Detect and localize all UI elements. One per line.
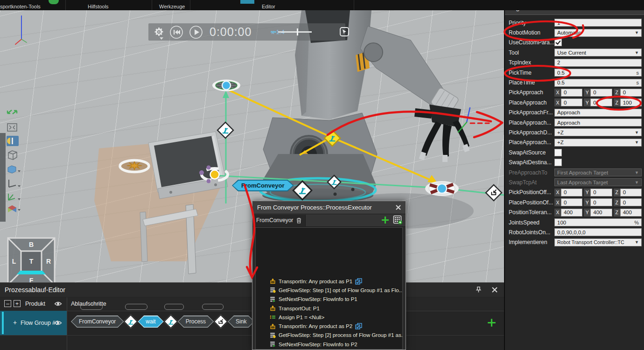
- robot-connector-icon[interactable]: [124, 314, 138, 329]
- nav-cube-right[interactable]: R: [46, 258, 51, 265]
- flow-group-row[interactable]: + Flow Group #1: [0, 311, 67, 335]
- property-input-pickapproach-x[interactable]: 0: [561, 89, 582, 97]
- fit-selection-icon[interactable]: [7, 124, 17, 131]
- dropdown-caret-icon[interactable]: [18, 170, 21, 172]
- gear-caret-icon[interactable]: [160, 37, 163, 40]
- property-input-pickapproach-z[interactable]: 0: [620, 89, 642, 97]
- property-input-pickpositionoff-z[interactable]: 0: [620, 189, 642, 196]
- add-routine-icon[interactable]: [381, 216, 389, 224]
- step-slot-pill[interactable]: [80, 304, 103, 310]
- wireframe-cube-icon[interactable]: [8, 151, 17, 160]
- statement-transportin[interactable]: TransportIn: Any product as P2: [256, 322, 402, 330]
- get-flow-step-icon: [270, 332, 276, 338]
- statement-getflowstep[interactable]: GetFlowStep: Step [1] opt of Flow Group …: [256, 286, 402, 294]
- zoom-fit-icon[interactable]: [7, 110, 17, 114]
- property-checkbox-swapatdestina[interactable]: [554, 159, 562, 166]
- navigation-cube[interactable]: B L T R F: [7, 237, 56, 282]
- nav-cube-top[interactable]: T: [29, 258, 34, 265]
- property-input-priority[interactable]: 1: [554, 19, 642, 27]
- property-input-pickpositionoff-x[interactable]: 0: [561, 189, 582, 196]
- add-flow-group-icon[interactable]: [487, 318, 496, 327]
- flow-step-fromconveyor[interactable]: FromConveyor: [71, 315, 124, 328]
- property-input-placeapproach[interactable]: Approach: [554, 119, 642, 126]
- snap-axes-icon[interactable]: [8, 194, 21, 200]
- collapse-all-button[interactable]: –: [4, 300, 11, 307]
- product-source-marker[interactable]: [120, 161, 149, 172]
- step-slot-pill[interactable]: [125, 304, 147, 310]
- step-slot-pill[interactable]: [202, 304, 224, 310]
- property-input-pickpositionoff-y[interactable]: 0: [590, 189, 612, 196]
- statement-transportout[interactable]: TransportOut: P1: [256, 304, 402, 313]
- nav-cube-left[interactable]: L: [12, 258, 16, 265]
- render-cube-icon[interactable]: [8, 166, 21, 173]
- property-input-positiontoleran-y[interactable]: 400: [590, 209, 612, 217]
- product-visibility-eye-icon[interactable]: [54, 301, 62, 307]
- property-dropdown-placeapproach[interactable]: +Z▼: [554, 139, 642, 147]
- flow-step-process[interactable]: Process: [178, 315, 214, 328]
- view-mode-icon-active[interactable]: [7, 136, 19, 146]
- property-input-pickapproachfr[interactable]: Approach: [554, 109, 642, 117]
- flow-close-icon[interactable]: [485, 287, 504, 293]
- program-statement-area[interactable]: TransportIn: Any product as P1GetFlowSte…: [255, 227, 403, 350]
- property-input-robotjointson[interactable]: 0,0,90,0,0,0: [554, 228, 642, 236]
- property-input-placepositionof-x[interactable]: 0: [561, 198, 582, 206]
- property-input-placepositionof-z[interactable]: 0: [620, 198, 642, 206]
- play-simulation-button[interactable]: [189, 25, 203, 39]
- property-dropdown-pickapproachd[interactable]: +Z▼: [554, 128, 642, 136]
- property-dropdown-implementieren[interactable]: Robot Transport Controller::TC▼: [554, 238, 642, 246]
- property-dropdown-robotmotion[interactable]: Automatic▼: [554, 29, 642, 37]
- flow-group-expand-icon[interactable]: +: [13, 319, 17, 326]
- nav-cube-hover-edge[interactable]: [17, 271, 46, 274]
- statement-setnextflowstep[interactable]: SetNextFlowStep: FlowInfo to P1: [256, 295, 402, 304]
- property-checkbox-swapatsource[interactable]: [554, 149, 562, 156]
- reset-simulation-button[interactable]: [169, 25, 183, 39]
- ribbon-icon-partial-green[interactable]: [49, 0, 59, 4]
- flow-step-sink[interactable]: Sink: [228, 315, 254, 328]
- ribbon-icon-partial-teal[interactable]: [240, 0, 254, 4]
- simulation-settings-gear-icon[interactable]: [154, 27, 164, 37]
- nav-cube-front[interactable]: F: [29, 277, 34, 282]
- flow-group-eye-icon[interactable]: [54, 320, 62, 326]
- screenshot-tool-icon[interactable]: [339, 27, 350, 39]
- ribbon-group-hilfstools: Hilfstools: [88, 4, 109, 9]
- flow-step-wait[interactable]: wait: [138, 315, 163, 328]
- move-axes-icon[interactable]: [9, 180, 21, 187]
- nav-cube-back[interactable]: B: [29, 241, 34, 248]
- statement-transportout[interactable]: TransportOut: P2: [256, 349, 402, 350]
- property-input-placeapproach-x[interactable]: 0: [561, 98, 582, 106]
- waypoint-top[interactable]: [212, 80, 240, 91]
- property-input-pickapproach-y[interactable]: 0: [590, 89, 612, 97]
- robot-connector-icon[interactable]: [163, 314, 178, 329]
- flow-node-tag[interactable]: FromConveyor: [232, 180, 294, 191]
- add-grid-icon[interactable]: [393, 215, 403, 225]
- dialog-titlebar[interactable]: From Conveyor Process::ProcessExecutor: [252, 201, 406, 214]
- orientation-cube-icon[interactable]: [8, 205, 21, 212]
- flow-pin-icon[interactable]: [471, 287, 485, 293]
- speed-slider-handle[interactable]: [297, 28, 298, 35]
- statement-setnextflowstep[interactable]: SetNextFlowStep: FlowInfo to P2: [256, 340, 402, 349]
- property-checkbox-usecustompara[interactable]: [554, 39, 562, 46]
- sink-connector-icon[interactable]: [214, 314, 228, 329]
- step-slot-pill[interactable]: [164, 304, 184, 310]
- property-input-positiontoleran-z[interactable]: 400: [620, 209, 642, 217]
- property-input-tcpindex[interactable]: 2: [554, 59, 642, 67]
- tab-fromconveyor[interactable]: FromConveyor: [252, 215, 306, 226]
- statement-transportin[interactable]: TransportIn: Any product as P1: [256, 277, 402, 286]
- dialog-close-icon[interactable]: [391, 205, 406, 210]
- expand-all-button[interactable]: +: [14, 300, 21, 307]
- process-node-robot-1[interactable]: [217, 122, 233, 138]
- property-input-placetime[interactable]: 0.5s: [554, 79, 642, 87]
- property-input-placeapproach-y[interactable]: 0: [590, 98, 612, 106]
- statement-assign-p1-null[interactable]: Assign P1 = <Null>: [256, 313, 402, 322]
- speed-slider-track[interactable]: [278, 31, 312, 33]
- statement-getflowstep[interactable]: GetFlowStep: Step [2] process of Flow Gr…: [256, 331, 402, 340]
- waypoint-place[interactable]: [425, 181, 459, 196]
- property-input-placepositionof-y[interactable]: 0: [590, 198, 612, 206]
- property-input-picktime[interactable]: 0.5s: [554, 69, 642, 77]
- property-input-placeapproach-z[interactable]: 100: [620, 98, 642, 106]
- property-input-positiontoleran-x[interactable]: 400: [561, 209, 582, 217]
- trash-icon[interactable]: [296, 217, 301, 224]
- property-input-jointsspeed[interactable]: 100%: [554, 218, 642, 226]
- property-dropdown-tool[interactable]: Use Current▼: [554, 49, 642, 56]
- process-node-sink[interactable]: [486, 185, 502, 201]
